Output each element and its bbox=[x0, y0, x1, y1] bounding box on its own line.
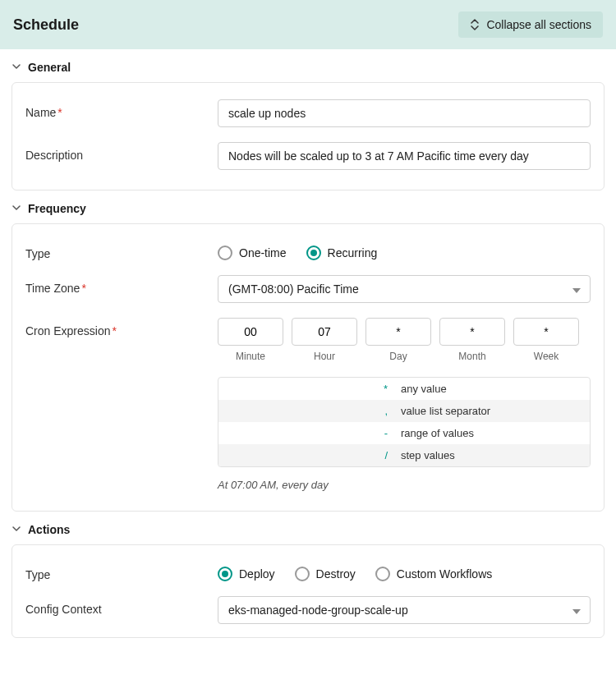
page-header: Schedule Collapse all sections bbox=[0, 0, 616, 49]
description-label: Description bbox=[25, 142, 218, 162]
name-input[interactable] bbox=[218, 99, 591, 127]
chevron-down-icon bbox=[11, 62, 21, 74]
actions-type-label: Type bbox=[25, 562, 218, 581]
cron-day-sublabel: Day bbox=[389, 351, 407, 362]
legend-desc: any value bbox=[401, 383, 447, 395]
section-actions-header[interactable]: Actions bbox=[11, 512, 605, 544]
radio-icon bbox=[295, 567, 310, 581]
collapse-icon bbox=[470, 19, 480, 30]
radio-icon bbox=[306, 246, 321, 260]
cron-inputs: Minute Hour Day Month bbox=[218, 318, 591, 362]
radio-custom-workflows[interactable]: Custom Workflows bbox=[375, 567, 492, 581]
chevron-down-icon bbox=[11, 203, 21, 215]
cron-minute-input[interactable] bbox=[218, 318, 283, 346]
radio-destroy-label: Destroy bbox=[316, 567, 356, 581]
radio-recurring-label: Recurring bbox=[328, 246, 378, 259]
legend-desc: value list separator bbox=[401, 405, 490, 417]
section-general-header[interactable]: General bbox=[11, 49, 605, 82]
legend-row: - range of values bbox=[218, 422, 590, 444]
radio-deploy-label: Deploy bbox=[239, 567, 275, 581]
collapse-all-label: Collapse all sections bbox=[486, 18, 591, 31]
radio-recurring[interactable]: Recurring bbox=[306, 246, 378, 260]
freq-type-label: Type bbox=[25, 241, 218, 260]
radio-destroy[interactable]: Destroy bbox=[295, 567, 356, 581]
section-general: General Name* Description bbox=[0, 49, 616, 190]
config-context-label: Config Context bbox=[25, 596, 218, 616]
legend-desc: step values bbox=[401, 449, 455, 461]
timezone-label: Time Zone* bbox=[25, 275, 218, 295]
radio-icon bbox=[375, 567, 390, 581]
description-input[interactable] bbox=[218, 142, 591, 170]
cron-label: Cron Expression* bbox=[25, 318, 218, 337]
cron-summary: At 07:00 AM, every day bbox=[218, 479, 591, 491]
cron-day-input[interactable] bbox=[365, 318, 431, 346]
page-title: Schedule bbox=[13, 16, 79, 34]
cron-month-input[interactable] bbox=[439, 318, 505, 346]
name-label: Name* bbox=[25, 99, 218, 119]
timezone-select[interactable]: (GMT-08:00) Pacific Time bbox=[218, 275, 591, 303]
collapse-all-button[interactable]: Collapse all sections bbox=[458, 11, 603, 38]
radio-icon bbox=[218, 246, 232, 260]
legend-symbol: , bbox=[228, 405, 401, 417]
cron-hour-input[interactable] bbox=[292, 318, 357, 346]
radio-deploy[interactable]: Deploy bbox=[218, 567, 275, 581]
section-actions-body: Type Deploy Destroy Custom Workflows bbox=[11, 544, 605, 638]
section-actions: Actions Type Deploy Destroy Custom Wo bbox=[0, 512, 616, 638]
cron-week-input[interactable] bbox=[513, 318, 579, 346]
legend-symbol: / bbox=[228, 449, 401, 461]
section-frequency-header[interactable]: Frequency bbox=[11, 190, 605, 223]
cron-legend: * any value , value list separator - ran… bbox=[218, 377, 591, 467]
legend-row: , value list separator bbox=[218, 400, 590, 422]
cron-week-sublabel: Week bbox=[534, 351, 559, 362]
radio-custom-label: Custom Workflows bbox=[397, 567, 492, 581]
legend-symbol: * bbox=[228, 383, 401, 395]
radio-one-time-label: One-time bbox=[239, 246, 287, 259]
actions-type-radio-group: Deploy Destroy Custom Workflows bbox=[218, 562, 591, 581]
legend-desc: range of values bbox=[401, 427, 474, 439]
legend-symbol: - bbox=[228, 427, 401, 439]
radio-one-time[interactable]: One-time bbox=[218, 246, 287, 260]
radio-icon bbox=[218, 567, 232, 581]
legend-row: * any value bbox=[218, 378, 590, 400]
cron-hour-sublabel: Hour bbox=[314, 351, 335, 362]
section-frequency: Frequency Type One-time Recurring bbox=[0, 190, 616, 512]
section-general-body: Name* Description bbox=[11, 82, 605, 190]
cron-month-sublabel: Month bbox=[458, 351, 485, 362]
section-frequency-body: Type One-time Recurring Time Zone* bbox=[11, 223, 605, 512]
cron-minute-sublabel: Minute bbox=[236, 351, 265, 362]
config-context-select[interactable]: eks-managed-node-group-scale-up bbox=[218, 596, 591, 624]
legend-row: / step values bbox=[218, 444, 590, 466]
section-actions-title: Actions bbox=[28, 523, 70, 536]
chevron-down-icon bbox=[11, 524, 21, 536]
section-frequency-title: Frequency bbox=[28, 202, 86, 215]
section-general-title: General bbox=[28, 61, 71, 74]
freq-type-radio-group: One-time Recurring bbox=[218, 241, 591, 260]
